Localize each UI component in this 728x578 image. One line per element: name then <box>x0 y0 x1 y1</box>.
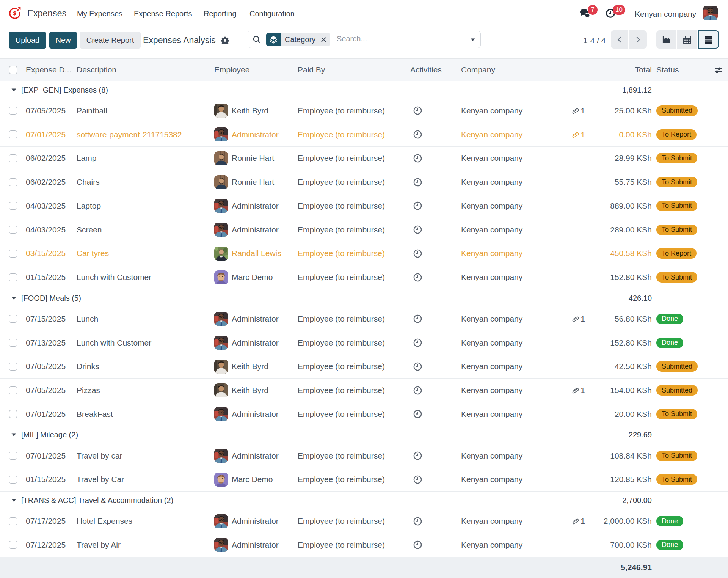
svg-text:$: $ <box>13 10 17 16</box>
